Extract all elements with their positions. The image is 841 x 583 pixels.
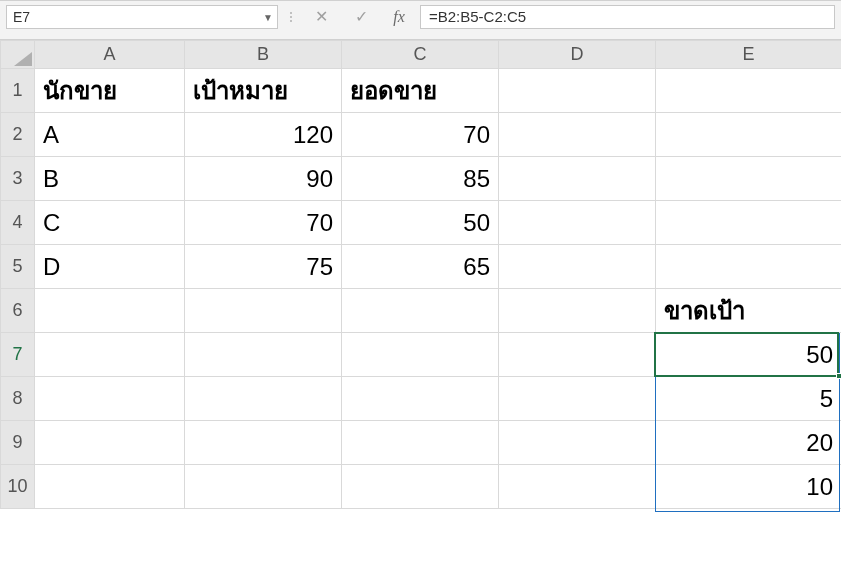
chevron-down-icon[interactable]: ▼ [263,11,273,22]
cell-C5[interactable]: 65 [342,245,499,289]
row-header-4[interactable]: 4 [1,201,35,245]
fx-icon: fx [393,8,405,26]
row-header-6[interactable]: 6 [1,289,35,333]
cell-B3[interactable]: 90 [185,157,342,201]
cell-E7[interactable]: 50 [656,333,842,377]
row-header-1[interactable]: 1 [1,69,35,113]
name-box-value: E7 [13,9,30,25]
cell-B2[interactable]: 120 [185,113,342,157]
cell-E4[interactable] [656,201,842,245]
row-header-3[interactable]: 3 [1,157,35,201]
cell-D5[interactable] [499,245,656,289]
row-header-9[interactable]: 9 [1,421,35,465]
row-header-10[interactable]: 10 [1,465,35,509]
cell-C3[interactable]: 85 [342,157,499,201]
select-all-triangle-icon [14,52,32,66]
cell-D1[interactable] [499,69,656,113]
cancel-formula-button[interactable]: ✕ [304,5,338,29]
insert-function-button[interactable]: fx [384,5,414,29]
cell-C8[interactable] [342,377,499,421]
cell-D7[interactable] [499,333,656,377]
cell-A10[interactable] [35,465,185,509]
cell-C6[interactable] [342,289,499,333]
formula-bar-spacer [0,28,841,40]
cell-C9[interactable] [342,421,499,465]
cell-D4[interactable] [499,201,656,245]
cell-A7[interactable] [35,333,185,377]
cell-D9[interactable] [499,421,656,465]
cell-D2[interactable] [499,113,656,157]
name-box[interactable]: E7 ▼ [6,5,278,29]
cell-B8[interactable] [185,377,342,421]
cell-B7[interactable] [185,333,342,377]
row-header-5[interactable]: 5 [1,245,35,289]
cell-C4[interactable]: 50 [342,201,499,245]
cell-A5[interactable]: D [35,245,185,289]
cell-B4[interactable]: 70 [185,201,342,245]
cell-C2[interactable]: 70 [342,113,499,157]
row-header-7[interactable]: 7 [1,333,35,377]
cell-B5[interactable]: 75 [185,245,342,289]
cell-E9[interactable]: 20 [656,421,842,465]
cell-E1[interactable] [656,69,842,113]
grid-table: A B C D E 1 นักขาย เป้าหมาย ยอดขาย 2 A 1… [0,40,841,509]
cell-E8[interactable]: 5 [656,377,842,421]
col-header-C[interactable]: C [342,41,499,69]
col-header-B[interactable]: B [185,41,342,69]
cell-B10[interactable] [185,465,342,509]
col-header-D[interactable]: D [499,41,656,69]
cell-C1[interactable]: ยอดขาย [342,69,499,113]
cell-E10[interactable]: 10 [656,465,842,509]
cell-D6[interactable] [499,289,656,333]
cell-D8[interactable] [499,377,656,421]
cell-E3[interactable] [656,157,842,201]
enter-formula-button[interactable]: ✓ [344,5,378,29]
cell-A3[interactable]: B [35,157,185,201]
cell-A8[interactable] [35,377,185,421]
cell-A2[interactable]: A [35,113,185,157]
formula-bar-grip-icon [284,12,298,22]
formula-input[interactable]: =B2:B5-C2:C5 [420,5,835,29]
cell-A4[interactable]: C [35,201,185,245]
col-header-A[interactable]: A [35,41,185,69]
cell-C10[interactable] [342,465,499,509]
col-header-E[interactable]: E [656,41,842,69]
cell-E2[interactable] [656,113,842,157]
select-all-corner[interactable] [1,41,35,69]
cell-C7[interactable] [342,333,499,377]
cell-B9[interactable] [185,421,342,465]
cell-A9[interactable] [35,421,185,465]
row-header-8[interactable]: 8 [1,377,35,421]
cell-A1[interactable]: นักขาย [35,69,185,113]
formula-text: =B2:B5-C2:C5 [429,8,526,25]
worksheet[interactable]: A B C D E 1 นักขาย เป้าหมาย ยอดขาย 2 A 1… [0,40,841,509]
cell-D3[interactable] [499,157,656,201]
cancel-icon: ✕ [315,7,328,26]
cell-A6[interactable] [35,289,185,333]
cell-E5[interactable] [656,245,842,289]
cell-B1[interactable]: เป้าหมาย [185,69,342,113]
cell-E6[interactable]: ขาดเป้า [656,289,842,333]
formula-bar-row: E7 ▼ ✕ ✓ fx =B2:B5-C2:C5 [0,0,841,28]
cell-D10[interactable] [499,465,656,509]
check-icon: ✓ [355,7,368,26]
row-header-2[interactable]: 2 [1,113,35,157]
cell-B6[interactable] [185,289,342,333]
